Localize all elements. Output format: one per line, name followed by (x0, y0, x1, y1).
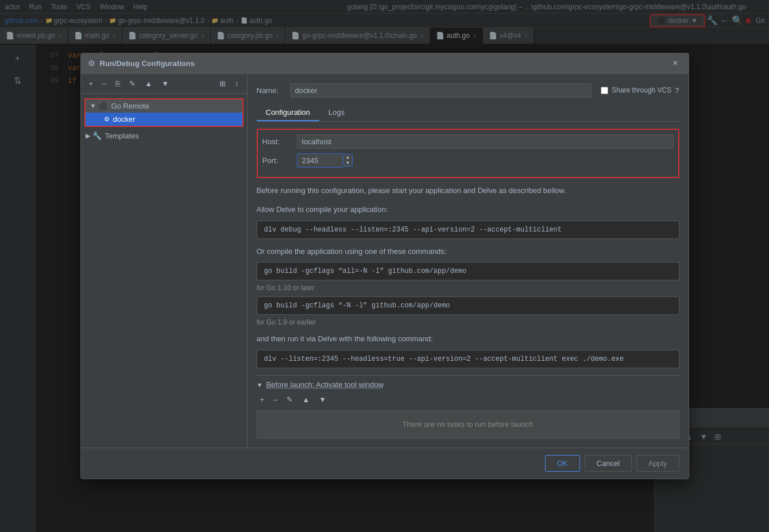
config-tree: ▼ ⬛ Go Remote ⚙ docker ▶ 🔧 (81, 94, 247, 448)
bl-edit-btn[interactable]: ✎ (283, 394, 296, 406)
code-2-content: go build -gcflags “all=-N -l” github.com… (264, 267, 467, 275)
go-remote-label: Go Remote (111, 102, 149, 110)
share-vcs-group: Share through VCS ? (601, 86, 679, 95)
info-label-4: and then run it via Delve with the follo… (257, 333, 679, 345)
share-vcs-label: Share through VCS (612, 86, 671, 94)
toolbar-copy-btn[interactable]: ⎘ (112, 78, 123, 90)
port-spinner-group: ▲ ▼ (297, 153, 353, 168)
host-input[interactable] (297, 134, 674, 149)
dialog-right-panel: Name: Share through VCS ? Configuration … (248, 74, 689, 448)
toolbar-sort-btn[interactable]: ↕ (231, 78, 242, 90)
code-3b: for Go 1.9 or earlier (257, 318, 679, 326)
host-port-section: Host: Port: ▲ ▼ (257, 129, 679, 178)
info-label-3: Or compile the application using one of … (257, 246, 679, 258)
code-block-4: dlv --listen=:2345 --headless=true --api… (257, 350, 679, 368)
tree-item-docker[interactable]: ⚙ docker (86, 113, 242, 126)
port-row: Port: ▲ ▼ (262, 153, 674, 168)
tasks-empty: There are no tasks to run before launch (257, 410, 679, 438)
before-launch-section: ▼ Before launch: Activate tool window + … (257, 375, 679, 438)
bl-up-btn[interactable]: ▲ (299, 394, 313, 406)
host-row: Host: (262, 134, 674, 149)
port-input[interactable] (297, 153, 343, 168)
inner-tabs: Configuration Logs (257, 105, 679, 122)
modal-overlay: ⚙ Run/Debug Configurations × + – ⎘ ✎ ▲ ▼… (0, 0, 769, 532)
before-launch-toolbar: + – ✎ ▲ ▼ (257, 394, 679, 406)
name-input[interactable] (290, 83, 592, 98)
before-launch-label: Before launch: Activate tool window (266, 380, 384, 389)
go-remote-collapse-icon: ▼ (90, 102, 96, 109)
bl-remove-btn[interactable]: – (270, 394, 281, 406)
docker-item-icon: ⚙ (104, 115, 110, 123)
help-icon[interactable]: ? (675, 86, 679, 95)
docker-item-label: docker (113, 115, 136, 124)
go-remote-type-icon: ⬛ (98, 102, 107, 110)
name-field-label: Name: (257, 86, 285, 95)
dialog-footer: OK Cancel Apply (81, 448, 689, 479)
dialog-title-text: Run/Debug Configurations (100, 59, 670, 68)
code-2b: for Go 1.10 or later (257, 284, 679, 292)
before-launch-arrow: ▼ (257, 381, 263, 388)
info-label-2: Allow Delve to compile your application: (257, 204, 679, 216)
tree-group-templates[interactable]: ▶ 🔧 Templates (81, 129, 247, 142)
port-spinner-btns: ▲ ▼ (343, 154, 353, 167)
dialog-body: + – ⎘ ✎ ▲ ▼ ⊞ ↕ ▼ ⬛ Go (81, 74, 689, 448)
code-block-3: go build -gcflags “-N -l” github.com/app… (257, 296, 679, 315)
code-block-2: go build -gcflags “all=-N -l” github.com… (257, 262, 679, 280)
dialog-close-button[interactable]: × (669, 57, 681, 70)
port-spin-up[interactable]: ▲ (343, 155, 353, 160)
name-row: Name: Share through VCS ? (257, 83, 679, 98)
code-3-content: go build -gcflags “-N -l” github.com/app… (264, 302, 450, 310)
tab-configuration[interactable]: Configuration (257, 105, 319, 121)
toolbar-remove-btn[interactable]: – (99, 78, 110, 90)
toolbar-up-btn[interactable]: ▲ (141, 78, 156, 90)
dialog-title-icon: ⚙ (88, 59, 95, 68)
bl-add-btn[interactable]: + (257, 394, 268, 406)
tab-logs[interactable]: Logs (319, 105, 354, 121)
ok-button[interactable]: OK (545, 455, 580, 472)
bl-down-btn[interactable]: ▼ (315, 394, 330, 406)
toolbar-add-btn[interactable]: + (86, 78, 97, 90)
run-debug-dialog: ⚙ Run/Debug Configurations × + – ⎘ ✎ ▲ ▼… (80, 53, 689, 479)
templates-group-icon: 🔧 (92, 132, 102, 140)
before-launch-header[interactable]: ▼ Before launch: Activate tool window (257, 380, 679, 389)
templates-collapse-icon: ▶ (86, 132, 90, 140)
tree-group-go-remote[interactable]: ▼ ⬛ Go Remote (86, 99, 242, 113)
apply-button[interactable]: Apply (636, 455, 679, 472)
port-spin-down[interactable]: ▼ (343, 160, 353, 166)
port-label: Port: (262, 156, 297, 165)
toolbar-down-btn[interactable]: ▼ (158, 78, 172, 90)
toolbar-edit-btn[interactable]: ✎ (126, 78, 139, 90)
cancel-button[interactable]: Cancel (585, 455, 632, 472)
dialog-titlebar: ⚙ Run/Debug Configurations × (81, 53, 689, 74)
dialog-toolbar: + – ⎘ ✎ ▲ ▼ ⊞ ↕ (81, 74, 247, 94)
dialog-left-panel: + – ⎘ ✎ ▲ ▼ ⊞ ↕ ▼ ⬛ Go (81, 74, 248, 448)
info-text-1: Before running this configuration, pleas… (257, 185, 679, 197)
share-vcs-checkbox[interactable] (601, 87, 608, 94)
toolbar-filter-btn[interactable]: ⊞ (216, 78, 229, 90)
host-label: Host: (262, 137, 297, 146)
code-block-1: dlv debug --headless --listen=:2345 --ap… (257, 221, 679, 239)
templates-label: Templates (105, 132, 139, 140)
config-content: Host: Port: ▲ ▼ (257, 129, 679, 438)
